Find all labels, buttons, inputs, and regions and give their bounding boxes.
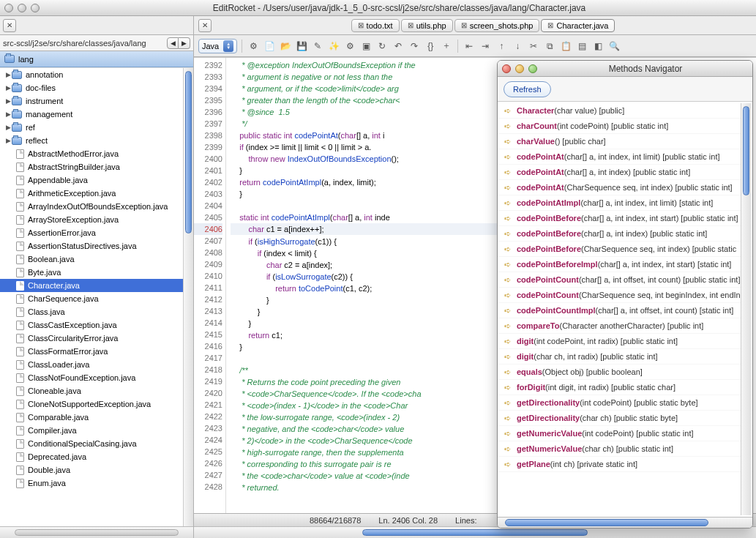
method-row[interactable]: ➪forDigit(int digit, int radix) [public … (498, 380, 752, 395)
method-row[interactable]: ➪compareTo(Character anotherCharacter) [… (498, 318, 752, 334)
editor-tab[interactable]: ⊠todo.txt (351, 19, 400, 32)
edit-icon[interactable]: ✎ (311, 40, 324, 53)
braces-icon[interactable]: {} (424, 40, 437, 53)
close-tab-icon[interactable]: ⊠ (358, 21, 364, 29)
tree-file[interactable]: ArithmeticException.java (0, 187, 193, 200)
navigator-zoom-button[interactable] (528, 64, 537, 73)
editor-tab[interactable]: ⊠utils.php (401, 19, 453, 32)
tree-file[interactable]: ClassFormatError.java (0, 345, 193, 358)
add-icon[interactable]: ＋ (440, 40, 453, 53)
zoom-window-button[interactable] (31, 4, 40, 12)
tree-file[interactable]: CloneNotSupportedException.java (0, 397, 193, 411)
method-row[interactable]: ➪codePointCountImpl(char[] a, int offset… (498, 303, 752, 318)
method-row[interactable]: ➪codePointCount(CharSequence seq, int be… (498, 288, 752, 303)
tree-file[interactable]: Deprecated.java (0, 450, 193, 463)
tree-file[interactable]: Boolean.java (0, 253, 193, 266)
disclosure-triangle-icon[interactable]: ▶ (4, 111, 12, 118)
tree-file[interactable]: Compiler.java (0, 424, 193, 437)
tool-icon-1[interactable]: ⚙ (247, 40, 260, 53)
tree-folder[interactable]: ▶instrument (0, 94, 193, 108)
tree-file[interactable]: ArrayIndexOutOfBoundsException.java (0, 200, 193, 213)
tree-file[interactable]: Byte.java (0, 266, 193, 279)
refresh-button[interactable]: Refresh (504, 81, 551, 97)
tree-file[interactable]: AbstractStringBuilder.java (0, 160, 193, 173)
tree-folder[interactable]: ▶annotation (0, 68, 193, 81)
navigator-minimize-button[interactable] (515, 64, 524, 73)
method-row[interactable]: ➪codePointBefore(char[] a, int index) [p… (498, 226, 752, 242)
arrow-up-icon[interactable]: ↑ (495, 40, 508, 53)
tree-file[interactable]: AssertionError.java (0, 226, 193, 239)
tree-file[interactable]: AssertionStatusDirectives.java (0, 239, 193, 253)
method-row[interactable]: ➪getDirectionality(int codePoint) [publi… (498, 395, 752, 411)
disclosure-triangle-icon[interactable]: ▶ (4, 97, 12, 105)
close-tab-icon[interactable]: ⊠ (461, 21, 467, 29)
method-row[interactable]: ➪codePointBeforeImpl(char[] a, int index… (498, 257, 752, 272)
method-row[interactable]: ➪getNumericValue(int codePoint) [public … (498, 426, 752, 441)
close-tab-icon[interactable]: ⊠ (408, 21, 413, 29)
indent-left-icon[interactable]: ⇤ (463, 40, 476, 53)
paste-icon[interactable]: 📋 (559, 40, 572, 53)
redo-icon[interactable]: ↷ (408, 40, 421, 53)
disclosure-triangle-icon[interactable]: ▶ (4, 84, 12, 91)
tree-file[interactable]: Comparable.java (0, 411, 193, 424)
tree-file[interactable]: Double.java (0, 463, 193, 477)
disclosure-triangle-icon[interactable]: ▶ (4, 137, 12, 144)
tree-folder[interactable]: ▶ref (0, 121, 193, 134)
close-tab-icon[interactable]: ⊠ (547, 21, 553, 29)
editor-tab[interactable]: ⊠screen_shots.php (454, 19, 540, 32)
tree-folder[interactable]: ▶management (0, 108, 193, 121)
open-folder-icon[interactable]: 📂 (279, 40, 292, 53)
method-row[interactable]: ➪charValue() [public char] (498, 134, 752, 149)
navigator-close-button[interactable] (502, 64, 511, 73)
method-row[interactable]: ➪equals(Object obj) [public boolean] (498, 365, 752, 380)
breadcrumb-next-button[interactable]: ▶ (179, 37, 190, 49)
undo-icon[interactable]: ↶ (392, 40, 405, 53)
close-window-button[interactable] (4, 4, 13, 12)
tree-vertical-scrollbar[interactable] (183, 68, 193, 526)
tree-file[interactable]: ClassCastException.java (0, 318, 193, 332)
file-tree[interactable]: ▶annotation▶doc-files▶instrument▶managem… (0, 67, 193, 526)
close-editor-icon[interactable]: ✕ (198, 19, 212, 32)
method-row[interactable]: ➪codePointAtImpl(char[] a, int index, in… (498, 195, 752, 211)
tree-folder[interactable]: ▶doc-files (0, 81, 193, 94)
breadcrumb-path[interactable]: src-scsl/j2se/src/share/classes/java/lan… (3, 39, 165, 48)
tree-file[interactable]: Appendable.java (0, 173, 193, 187)
method-row[interactable]: ➪codePointAt(char[] a, int index) [publi… (498, 165, 752, 180)
method-row[interactable]: ➪codePointBefore(CharSequence seq, int i… (498, 242, 752, 257)
wand-icon[interactable]: ✨ (327, 40, 340, 53)
new-file-icon[interactable]: 📄 (263, 40, 276, 53)
gear-icon[interactable]: ⚙ (343, 40, 356, 53)
disclosure-triangle-icon[interactable]: ▶ (4, 71, 12, 78)
cut-icon[interactable]: ✂ (527, 40, 540, 53)
tree-folder[interactable]: ▶reflect (0, 134, 193, 147)
box-icon[interactable]: ▣ (359, 40, 373, 53)
navigator-horizontal-scrollbar[interactable] (498, 517, 752, 528)
window-icon[interactable]: ◧ (591, 40, 605, 53)
refresh-icon[interactable]: ↻ (375, 40, 389, 53)
tree-file[interactable]: CharSequence.java (0, 292, 193, 305)
current-folder-header[interactable]: lang (0, 51, 193, 67)
tree-file[interactable]: Character.java (0, 279, 193, 292)
method-row[interactable]: ➪getDirectionality(char ch) [public stat… (498, 411, 752, 426)
tree-file[interactable]: Enum.java (0, 477, 193, 490)
tree-file[interactable]: Cloneable.java (0, 384, 193, 397)
method-row[interactable]: ➪digit(char ch, int radix) [public stati… (498, 349, 752, 365)
tree-file[interactable]: ConditionalSpecialCasing.java (0, 437, 193, 450)
breadcrumb-prev-button[interactable]: ◀ (167, 37, 179, 49)
method-row[interactable]: ➪codePointAt(CharSequence seq, int index… (498, 180, 752, 195)
tree-file[interactable]: ClassNotFoundException.java (0, 371, 193, 384)
doc-icon[interactable]: ▤ (575, 40, 588, 53)
method-row[interactable]: ➪Character(char value) [public] (498, 103, 752, 119)
method-row[interactable]: ➪codePointAt(char[] a, int index, int li… (498, 149, 752, 165)
tree-file[interactable]: ArrayStoreException.java (0, 213, 193, 226)
search-icon[interactable]: 🔍 (607, 40, 621, 53)
navigator-titlebar[interactable]: Methods Navigator (498, 61, 752, 77)
tree-horizontal-scrollbar[interactable] (0, 526, 193, 538)
method-row[interactable]: ➪getNumericValue(char ch) [public static… (498, 441, 752, 457)
copy-icon[interactable]: ⧉ (543, 40, 556, 53)
method-row[interactable]: ➪codePointCount(char[] a, int offset, in… (498, 272, 752, 288)
save-icon[interactable]: 💾 (295, 40, 308, 53)
arrow-down-icon[interactable]: ↓ (511, 40, 524, 53)
disclosure-triangle-icon[interactable]: ▶ (4, 124, 12, 131)
tree-file[interactable]: AbstractMethodError.java (0, 147, 193, 160)
